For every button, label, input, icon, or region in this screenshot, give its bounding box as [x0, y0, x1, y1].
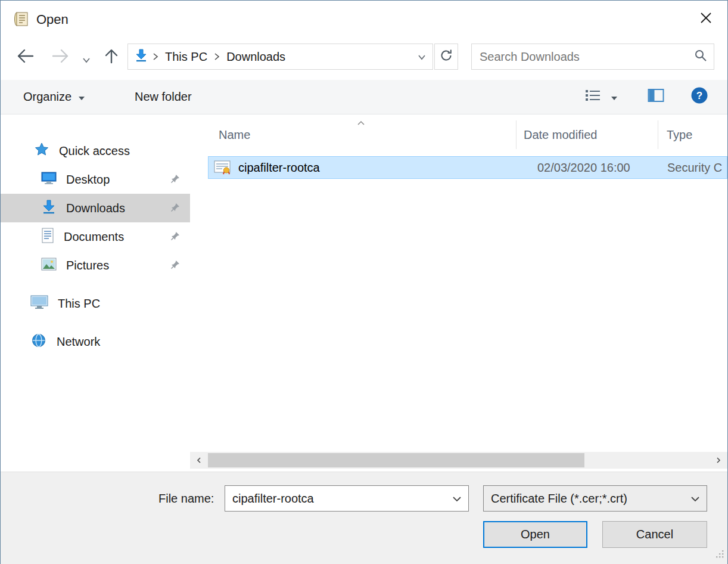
column-header-name[interactable]: Name [208, 120, 517, 149]
certificate-file-icon [213, 160, 231, 175]
address-bar[interactable]: This PC Downloads [127, 44, 433, 70]
chevron-down-icon [82, 53, 91, 66]
sidebar-item-label: This PC [58, 297, 100, 311]
sidebar-item-quick-access[interactable]: Quick access [1, 137, 190, 165]
this-pc-icon [30, 295, 48, 313]
documents-icon [41, 228, 54, 246]
downloads-icon [41, 199, 57, 218]
back-button[interactable] [16, 48, 35, 67]
dropdown-triangle-icon [78, 90, 85, 104]
column-header-date-modified[interactable]: Date modified [517, 120, 658, 149]
breadcrumb-chevron-icon [152, 52, 159, 61]
cancel-button-label: Cancel [636, 528, 673, 541]
search-icon [694, 49, 707, 65]
breadcrumb-chevron-icon [213, 52, 220, 61]
chevron-down-icon [417, 50, 427, 64]
scroll-left-icon[interactable] [190, 452, 208, 469]
refresh-icon [440, 49, 453, 65]
breadcrumb-downloads[interactable]: Downloads [224, 50, 288, 64]
open-dialog-window: Open [0, 0, 728, 564]
file-name-label: File name: [158, 485, 214, 512]
open-button-label: Open [521, 528, 550, 541]
file-date-cell: 02/03/2020 16:00 [537, 161, 630, 175]
sidebar-item-label: Documents [64, 230, 124, 244]
up-button[interactable] [103, 48, 120, 67]
sidebar-item-this-pc[interactable]: This PC [1, 289, 190, 318]
svg-text:?: ? [696, 90, 702, 101]
sidebar-item-label: Network [57, 335, 100, 349]
file-name-combobox [225, 485, 469, 512]
organize-label: Organize [23, 90, 71, 104]
column-label: Name [219, 128, 250, 142]
titlebar: Open [1, 1, 727, 38]
column-label: Date modified [524, 128, 597, 142]
navigation-pane: Quick access Desktop [1, 114, 190, 472]
dropdown-triangle-icon [611, 90, 618, 104]
chevron-down-icon [690, 492, 700, 506]
search-button[interactable] [687, 49, 714, 65]
pin-icon [170, 231, 181, 244]
search-input[interactable] [472, 50, 687, 64]
horizontal-scrollbar[interactable] [190, 452, 727, 469]
breadcrumb-this-pc[interactable]: This PC [163, 50, 210, 64]
sidebar-item-label: Desktop [66, 173, 110, 187]
column-header-type[interactable]: Type [658, 120, 727, 149]
file-type-cell: Security C [667, 161, 722, 175]
preview-pane-icon [648, 88, 664, 106]
file-type-value: Certificate File (*.cer;*.crt) [484, 492, 684, 506]
scrollbar-track[interactable] [208, 452, 710, 469]
file-type-dropdown-button[interactable] [684, 486, 707, 511]
scrollbar-thumb[interactable] [208, 453, 584, 467]
open-button[interactable]: Open [483, 521, 587, 548]
footer-bar: File name: Certificate File (*.cer;*.crt… [1, 472, 727, 564]
forward-button[interactable] [51, 48, 70, 67]
list-view-icon [584, 88, 601, 106]
cancel-button[interactable]: Cancel [602, 521, 707, 548]
sidebar-item-network[interactable]: Network [1, 327, 190, 356]
close-button[interactable] [692, 5, 720, 33]
back-arrow-icon [16, 54, 35, 67]
sidebar-item-desktop[interactable]: Desktop [1, 165, 190, 194]
network-icon [30, 333, 47, 351]
file-row-cipafilter-rootca[interactable]: cipafilter-rootca 02/03/2020 16:00 Secur… [208, 156, 727, 179]
file-name-dropdown-button[interactable] [446, 486, 468, 511]
new-folder-button[interactable]: New folder [135, 80, 192, 114]
address-dropdown-button[interactable] [411, 44, 433, 69]
sidebar-item-documents[interactable]: Documents [1, 222, 190, 251]
organize-button[interactable]: Organize [23, 80, 85, 114]
column-headers: Name Date modified Type [208, 120, 727, 149]
search-box [471, 44, 714, 70]
file-name-input[interactable] [225, 492, 446, 506]
close-icon [699, 11, 713, 27]
help-icon: ? [690, 86, 708, 107]
up-arrow-icon [103, 54, 120, 67]
column-label: Type [667, 128, 692, 142]
pin-icon [170, 259, 181, 273]
pictures-icon [41, 258, 57, 274]
file-name-cell: cipafilter-rootca [238, 161, 320, 175]
window-title: Open [36, 12, 69, 27]
scroll-right-icon[interactable] [710, 452, 727, 469]
help-button[interactable]: ? [690, 80, 708, 114]
resize-grip[interactable] [715, 548, 724, 562]
change-view-button[interactable] [584, 80, 618, 114]
downloads-folder-icon [134, 48, 148, 66]
preview-pane-button[interactable] [648, 80, 664, 114]
open-dialog-icon [13, 10, 30, 31]
quick-access-star-icon [34, 142, 49, 160]
chevron-down-icon [452, 492, 462, 506]
desktop-icon [41, 171, 57, 188]
forward-arrow-icon [51, 54, 70, 67]
new-folder-label: New folder [135, 90, 192, 104]
recent-locations-button[interactable] [82, 53, 91, 67]
refresh-button[interactable] [434, 44, 458, 70]
pin-icon [170, 173, 181, 187]
pin-icon [170, 202, 181, 216]
file-list-area: Name Date modified Type cipafilter [190, 114, 727, 472]
command-toolbar: Organize New folder [1, 80, 727, 114]
file-type-select[interactable]: Certificate File (*.cer;*.crt) [483, 485, 707, 512]
sidebar-item-label: Downloads [66, 202, 125, 215]
sidebar-item-pictures[interactable]: Pictures [1, 251, 190, 280]
sidebar-item-downloads[interactable]: Downloads [1, 194, 190, 222]
sidebar-item-label: Pictures [66, 259, 109, 272]
